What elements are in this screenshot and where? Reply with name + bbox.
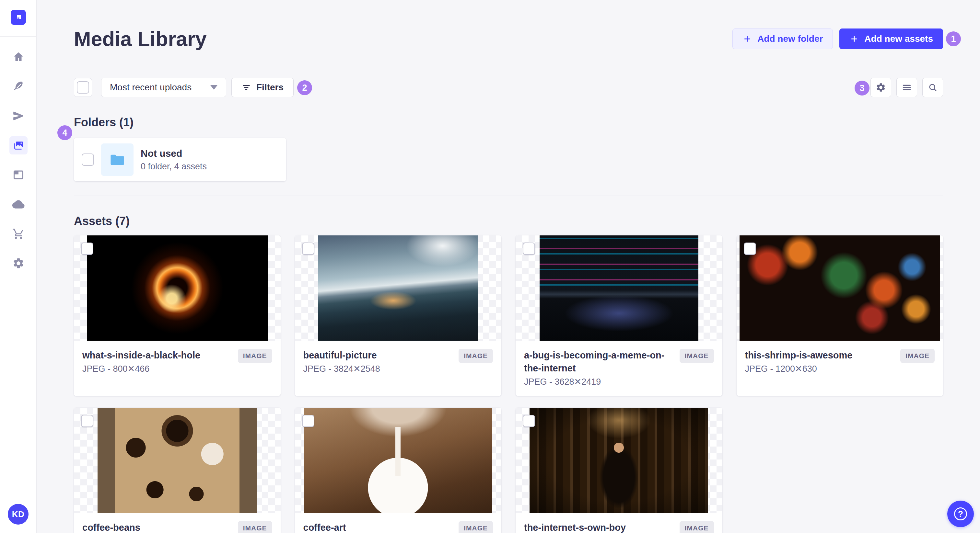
asset-info: beautiful-pictureJPEG - 3824✕2548 — [303, 349, 459, 374]
assets-section-title: Assets (7) — [74, 214, 943, 228]
sidebar: KD — [0, 0, 37, 533]
asset-type-badge: IMAGE — [458, 349, 493, 363]
sort-dropdown[interactable]: Most recent uploads — [101, 78, 226, 97]
asset-thumbnail — [515, 235, 722, 341]
asset-type-badge: IMAGE — [238, 521, 272, 533]
media-library-page: KD Media Library Add new folder Add new … — [0, 0, 980, 533]
asset-card[interactable]: a-bug-is-becoming-a-meme-on-the-internet… — [515, 235, 722, 396]
asset-card[interactable]: this-shrimp-is-awesomeJPEG - 1200✕630IMA… — [737, 235, 943, 396]
asset-info: a-bug-is-becoming-a-meme-on-the-internet… — [524, 349, 679, 387]
chevron-down-icon — [210, 85, 218, 90]
asset-card-footer: what-s-inside-a-black-holeJPEG - 800✕466… — [74, 341, 281, 392]
help-button[interactable]: ? — [947, 501, 974, 527]
asset-card-footer: a-bug-is-becoming-a-meme-on-the-internet… — [515, 341, 722, 396]
select-all-tile[interactable] — [74, 78, 92, 97]
paper-plane-icon — [12, 110, 25, 122]
folder-name: Not used — [141, 148, 207, 159]
asset-thumbnail — [737, 235, 943, 341]
sidebar-item-home[interactable] — [10, 48, 27, 66]
folder-card[interactable]: Not used 0 folder, 4 assets — [74, 138, 286, 181]
asset-card[interactable]: coffee-beansJPEG - 5021✕3347IMAGE — [74, 408, 281, 533]
asset-image — [530, 408, 708, 513]
folder-checkbox[interactable] — [82, 154, 94, 166]
plus-icon — [743, 34, 752, 44]
asset-name: beautiful-picture — [303, 349, 452, 362]
asset-type-badge: IMAGE — [900, 349, 935, 363]
avatar[interactable]: KD — [8, 504, 29, 525]
asset-image — [740, 235, 940, 341]
filter-icon — [242, 82, 251, 92]
page-header: Media Library Add new folder Add new ass… — [74, 0, 943, 51]
asset-checkbox[interactable] — [81, 243, 93, 255]
som-badge-3: 3 — [854, 81, 870, 95]
header-actions: Add new folder Add new assets — [732, 29, 943, 49]
asset-image — [318, 235, 478, 341]
add-new-assets-button[interactable]: Add new assets — [839, 29, 943, 49]
asset-info: coffee-beansJPEG - 5021✕3347 — [82, 521, 238, 533]
filters-label: Filters — [256, 82, 283, 93]
asset-meta: JPEG - 800✕466 — [82, 364, 231, 374]
asset-checkbox[interactable] — [81, 415, 93, 427]
sidebar-item-cloud[interactable] — [10, 195, 27, 213]
sidebar-item-releases[interactable] — [10, 107, 27, 125]
search-button[interactable] — [922, 78, 943, 97]
settings-button[interactable] — [870, 78, 891, 97]
add-new-assets-label: Add new assets — [864, 34, 933, 44]
asset-checkbox[interactable] — [744, 243, 756, 255]
add-new-folder-button[interactable]: Add new folder — [732, 29, 833, 49]
question-mark-icon: ? — [954, 508, 967, 520]
asset-type-badge: IMAGE — [238, 349, 272, 363]
toolbar: Most recent uploads Filters — [74, 78, 943, 97]
sidebar-item-marketplace[interactable] — [10, 225, 27, 243]
sidebar-item-content-manager[interactable] — [10, 78, 27, 95]
sidebar-item-content-type-builder[interactable] — [10, 166, 27, 184]
asset-card[interactable]: the-internet-s-own-boyJPEG - 1200✕707IMA… — [515, 408, 722, 533]
asset-name: coffee-beans — [82, 521, 231, 533]
asset-checkbox[interactable] — [302, 243, 314, 255]
cart-icon — [12, 228, 25, 240]
asset-name: the-internet-s-own-boy — [524, 521, 673, 533]
list-icon — [902, 82, 912, 93]
asset-card-footer: coffee-artJPEG - 5824✕3259IMAGE — [295, 513, 502, 533]
asset-card-footer: this-shrimp-is-awesomeJPEG - 1200✕630IMA… — [737, 341, 943, 392]
asset-checkbox[interactable] — [302, 415, 314, 427]
asset-card[interactable]: beautiful-pictureJPEG - 3824✕2548IMAGE — [295, 235, 502, 396]
home-icon — [12, 51, 25, 63]
asset-card[interactable]: what-s-inside-a-black-holeJPEG - 800✕466… — [74, 235, 281, 396]
section-divider — [74, 195, 943, 196]
images-icon — [12, 139, 25, 152]
asset-name: this-shrimp-is-awesome — [745, 349, 894, 362]
sidebar-item-settings[interactable] — [10, 254, 27, 272]
folder-tile — [101, 143, 134, 176]
asset-image — [97, 408, 257, 513]
folder-meta: 0 folder, 4 assets — [141, 162, 207, 171]
asset-checkbox[interactable] — [523, 415, 535, 427]
strapi-logo[interactable] — [11, 10, 26, 25]
asset-image — [539, 235, 698, 341]
feather-icon — [12, 80, 25, 93]
sidebar-item-media-library[interactable] — [10, 136, 27, 154]
som-badge-1: 1 — [946, 32, 961, 46]
asset-meta: JPEG - 1200✕630 — [745, 364, 894, 374]
page-title: Media Library — [74, 27, 207, 51]
asset-card-footer: beautiful-pictureJPEG - 3824✕2548IMAGE — [295, 341, 502, 392]
plus-icon — [850, 34, 859, 44]
som-badge-2: 2 — [297, 80, 312, 95]
assets-grid: what-s-inside-a-black-holeJPEG - 800✕466… — [74, 235, 943, 533]
layout-icon — [12, 169, 25, 181]
asset-card-footer: the-internet-s-own-boyJPEG - 1200✕707IMA… — [515, 513, 722, 533]
select-all-checkbox[interactable] — [77, 81, 89, 94]
asset-info: what-s-inside-a-black-holeJPEG - 800✕466 — [82, 349, 238, 374]
asset-card-footer: coffee-beansJPEG - 5021✕3347IMAGE — [74, 513, 281, 533]
filters-button[interactable]: Filters — [231, 78, 294, 97]
asset-type-badge: IMAGE — [458, 521, 493, 533]
asset-card[interactable]: coffee-artJPEG - 5824✕3259IMAGE — [295, 408, 502, 533]
sidebar-divider-top — [0, 36, 37, 36]
asset-thumbnail — [74, 235, 281, 341]
asset-info: the-internet-s-own-boyJPEG - 1200✕707 — [524, 521, 679, 533]
list-view-button[interactable] — [896, 78, 917, 97]
asset-type-badge: IMAGE — [679, 521, 714, 533]
asset-checkbox[interactable] — [523, 243, 535, 255]
asset-thumbnail — [74, 408, 281, 513]
gear-icon — [876, 82, 886, 93]
